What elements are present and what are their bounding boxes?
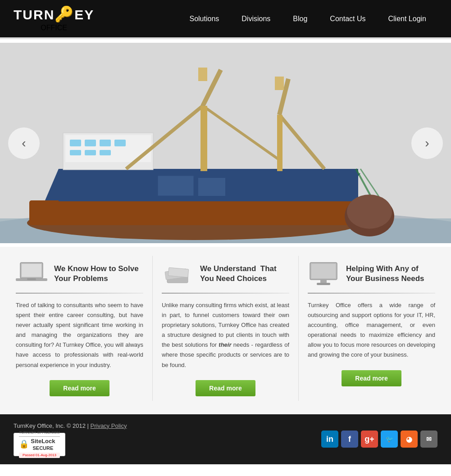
svg-rect-15 — [100, 150, 111, 155]
svg-rect-42 — [317, 283, 330, 285]
feature-choices-title: We Understand ThatYou Need Choices — [200, 264, 277, 284]
svg-rect-38 — [168, 267, 188, 277]
feature-choices-divider — [162, 293, 289, 294]
feature-needs-text: Turnkey Office offers a wide range of ou… — [308, 300, 435, 360]
svg-rect-14 — [85, 150, 96, 155]
feature-needs-btn-wrap: Read more — [308, 370, 435, 386]
copyright-text: TurnKey Office, Inc. © 2012 | — [14, 422, 89, 429]
social-email-icon[interactable]: ✉ — [420, 431, 437, 448]
nav-solutions[interactable]: Solutions — [178, 15, 230, 23]
svg-rect-34 — [27, 278, 36, 280]
next-slide-button[interactable]: › — [411, 127, 443, 159]
feature-solve-divider — [16, 293, 143, 294]
svg-rect-20 — [200, 106, 207, 171]
feature-needs-divider — [308, 293, 435, 294]
nav-blog[interactable]: Blog — [282, 15, 319, 23]
logo-turn: TURN — [14, 7, 55, 23]
read-more-button-3[interactable]: Read more — [342, 370, 401, 386]
feature-solve-text: Tired of talking to consultants who seem… — [16, 300, 143, 370]
svg-rect-24 — [277, 115, 282, 171]
feature-needs: Helping With Any ofYour Business Needs T… — [299, 256, 444, 401]
header-separator — [0, 37, 451, 39]
stack-icon — [162, 260, 193, 287]
next-arrow-icon: › — [425, 136, 429, 150]
svg-rect-4 — [29, 200, 358, 225]
nav-contact-us[interactable]: Contact Us — [319, 15, 377, 23]
footer: TurnKey Office, Inc. © 2012 | Privacy Po… — [0, 414, 451, 464]
features-section: We Know How to SolveYour Problems Tired … — [0, 247, 451, 414]
social-rss-icon[interactable]: ◕ — [401, 431, 418, 448]
header: TURN🔑EY OFFICE Solutions Divisions Blog … — [0, 0, 451, 37]
footer-left: TurnKey Office, Inc. © 2012 | Privacy Po… — [14, 422, 127, 456]
svg-rect-41 — [320, 280, 327, 283]
hero-image — [0, 43, 451, 243]
sitelock-badge: TURNKEY-OFFICE.COM 🔒 SiteLock SECURE Pas… — [14, 433, 65, 456]
feature-choices-btn-wrap: Read more — [162, 380, 289, 396]
sitelock-url: TURNKEY-OFFICE.COM — [19, 431, 59, 436]
privacy-policy-link[interactable]: Privacy Policy — [91, 422, 127, 429]
monitor-icon — [308, 260, 339, 287]
read-more-button-2[interactable]: Read more — [196, 380, 255, 396]
nav-client-login[interactable]: Client Login — [377, 15, 438, 23]
svg-rect-13 — [70, 150, 81, 155]
read-more-button-1[interactable]: Read more — [50, 380, 109, 396]
main-nav: Solutions Divisions Blog Contact Us Clie… — [178, 15, 437, 23]
social-twitter-icon[interactable]: 🐦 — [381, 431, 398, 448]
logo-office: OFFICE — [41, 24, 67, 32]
social-facebook-icon[interactable]: f — [341, 431, 358, 448]
svg-rect-40 — [311, 264, 336, 278]
feature-choices-header: We Understand ThatYou Need Choices — [162, 260, 289, 287]
prev-arrow-icon: ‹ — [22, 136, 26, 150]
footer-social: in f g+ 🐦 ◕ ✉ — [321, 431, 437, 448]
sitelock-secure: SECURE — [31, 445, 55, 451]
feature-choices: We Understand ThatYou Need Choices Unlik… — [153, 256, 299, 401]
feature-choices-text: Unlike many consulting firms which exist… — [162, 300, 289, 370]
logo-key-icon: 🔑 — [55, 5, 74, 23]
svg-rect-32 — [22, 264, 41, 277]
laptop-icon — [16, 260, 47, 287]
nav-divisions[interactable]: Divisions — [230, 15, 282, 23]
prev-slide-button[interactable]: ‹ — [8, 127, 40, 159]
social-linkedin-icon[interactable]: in — [321, 431, 338, 448]
feature-solve-btn-wrap: Read more — [16, 380, 143, 396]
svg-rect-10 — [85, 140, 96, 146]
footer-copyright: TurnKey Office, Inc. © 2012 | Privacy Po… — [14, 422, 127, 429]
hero-slider: ‹ › — [0, 43, 451, 243]
social-gplus-icon[interactable]: g+ — [361, 431, 378, 448]
feature-needs-title: Helping With Any ofYour Business Needs — [346, 264, 424, 284]
logo-ey: EY — [74, 7, 94, 23]
svg-rect-25 — [158, 176, 194, 196]
svg-rect-19 — [198, 68, 207, 81]
feature-solve: We Know How to SolveYour Problems Tired … — [7, 256, 153, 401]
svg-rect-26 — [198, 178, 225, 196]
svg-rect-9 — [70, 140, 81, 146]
sitelock-label: SiteLock — [31, 438, 55, 445]
svg-rect-11 — [100, 140, 111, 146]
feature-solve-title: We Know How to SolveYour Problems — [54, 264, 139, 284]
svg-rect-23 — [275, 77, 284, 90]
logo: TURN🔑EY OFFICE — [14, 6, 94, 32]
sitelock-passed: Passed 01-Aug-2013 — [19, 453, 59, 458]
svg-rect-12 — [114, 140, 126, 146]
feature-needs-header: Helping With Any ofYour Business Needs — [308, 260, 435, 287]
svg-point-30 — [347, 195, 392, 229]
feature-solve-header: We Know How to SolveYour Problems — [16, 260, 143, 287]
